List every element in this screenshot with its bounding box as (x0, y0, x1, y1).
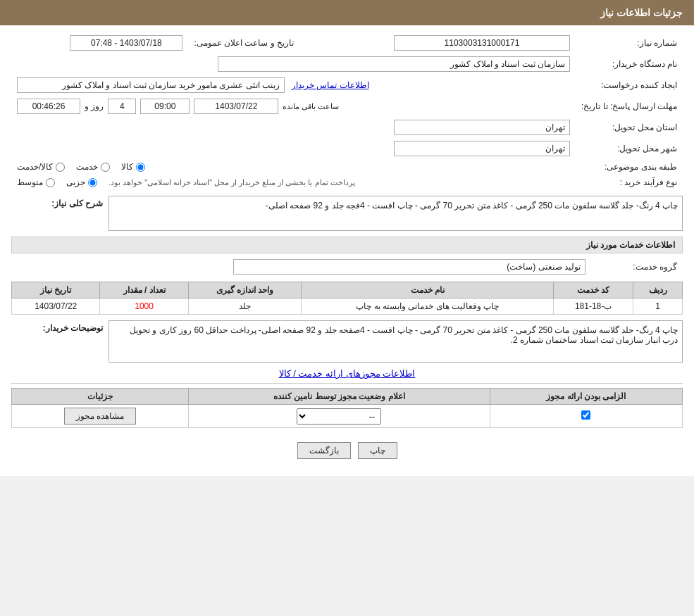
value-send-date: 1403/07/22 (194, 99, 278, 114)
info-table: شماره نیاز: 1103003131000171 تاریخ و ساع… (11, 32, 683, 190)
purchase-note: پرداخت تمام یا بخشی از مبلغ خریدار از مح… (109, 178, 355, 187)
row-service-group: گروه خدمت: تولید صنعتی (ساخت) (11, 256, 683, 277)
label-buyer-notes: توضیحات خریدار: (11, 320, 103, 333)
value-send-timer: 00:46:26 (17, 99, 80, 114)
label-requester: ایجاد کننده درخواست: (576, 75, 683, 96)
value-need-number: 1103003131000171 (394, 35, 570, 51)
value-general-desc: چاپ 4 رنگ- جلد گلاسه سلفون مات 250 گرمی … (109, 196, 683, 231)
divider-1 (11, 383, 683, 384)
contact-info-link[interactable]: اطلاعات تماس خریدار (292, 80, 369, 90)
print-button[interactable]: چاپ (358, 442, 397, 459)
label-partial: جزیی (66, 177, 85, 187)
permits-table: الزامی بودن ارائه مجوز اعلام وضعیت مجوز … (11, 388, 683, 428)
view-permit-button[interactable]: مشاهده مجوز (64, 408, 136, 425)
services-table-header-row: ردیف کد خدمت نام خدمت واحد اندازه گیری ت… (12, 282, 683, 298)
cell-unit: جلد (188, 298, 302, 315)
value-service-group: تولید صنعتی (ساخت) (233, 259, 585, 275)
cell-name: چاپ وفعالیت های خدماتی وابسته به چاپ (302, 298, 554, 315)
radio-goods: کالا (121, 162, 145, 172)
timer-day-label: روز و (85, 101, 104, 111)
cell-permit-required (490, 405, 682, 428)
table-row: 1 ب-18-181 چاپ وفعالیت های خدماتی وابسته… (12, 298, 683, 315)
value-send-days: 4 (108, 99, 136, 114)
row-purchase-type: نوع فرآیند خرید : متوسط جزیی (11, 175, 683, 190)
label-service-group: گروه خدمت: (591, 256, 683, 277)
label-delivery-province: استان محل تحویل: (576, 117, 683, 138)
row-category: طبقه بندی موضوعی: کالا/خدمت خدمت (11, 159, 683, 175)
row-delivery-city: شهر محل تحویل: تهران (11, 138, 683, 159)
cell-permit-status: -- (188, 405, 490, 428)
radio-goods-input[interactable] (136, 163, 145, 172)
th-permit-status: اعلام وضعیت مجوز توسط نامین کننده (188, 389, 490, 405)
cell-code: ب-18-181 (554, 298, 633, 315)
th-permit-details: جزئیات (12, 389, 189, 405)
radio-service-input[interactable] (101, 163, 110, 172)
back-button[interactable]: بازگشت (297, 442, 351, 459)
radio-partial: جزیی (66, 177, 97, 187)
th-date: تاریخ نیاز (12, 282, 100, 298)
th-code: کد خدمت (554, 282, 633, 298)
label-announce-date: تاریخ و ساعت اعلان عمومی: (188, 32, 308, 54)
main-content: شماره نیاز: 1103003131000171 تاریخ و ساع… (0, 25, 694, 476)
label-goods: کالا (121, 162, 133, 172)
buyer-notes-section: توضیحات خریدار: چاپ 4 رنگ- جلد گلاسه سلف… (11, 320, 683, 363)
label-delivery-city: شهر محل تحویل: (576, 138, 683, 159)
row-send-deadline: مهلت ارسال پاسخ: تا تاریخ: 00:46:26 روز … (11, 96, 683, 117)
th-name: نام خدمت (302, 282, 554, 298)
radio-medium: متوسط (17, 177, 55, 187)
label-category: طبقه بندی موضوعی: (576, 159, 683, 175)
permits-header-row: الزامی بودن ارائه مجوز اعلام وضعیت مجوز … (12, 389, 683, 405)
radio-service: خدمت (76, 162, 110, 172)
value-send-time: 09:00 (140, 99, 190, 114)
label-service: خدمت (76, 162, 98, 172)
permits-link[interactable]: اطلاعات مجوزهای ارائه خدمت / کالا (11, 368, 683, 379)
value-announce-date: 1403/07/18 - 07:48 (70, 35, 182, 51)
row-requester: ایجاد کننده درخواست: زینب اتئی عشری مامو… (11, 75, 683, 96)
label-general-desc: شرح کلی نیاز: (11, 196, 103, 208)
value-buyer-org: سازمان ثبت اسناد و املاک کشور (218, 56, 570, 72)
label-buyer-org: نام دستگاه خریدار: (576, 54, 683, 75)
cell-row: 1 (633, 298, 683, 315)
radio-goods-service: کالا/خدمت (17, 162, 65, 172)
value-buyer-notes: چاپ 4 رنگ- جلد گلاسه سلفون مات 250 گرمی … (109, 320, 683, 363)
radio-medium-input[interactable] (46, 178, 55, 187)
timer-suffix-label: ساعت باقی مانده (283, 102, 339, 111)
row-delivery-province: استان محل تحویل: تهران (11, 117, 683, 138)
page-wrapper: جزئیات اطلاعات نیاز شماره نیاز: 11030031… (0, 0, 694, 476)
label-send-deadline: مهلت ارسال پاسخ: تا تاریخ: (576, 96, 683, 117)
value-delivery-province: تهران (394, 120, 570, 135)
value-delivery-city: تهران (394, 141, 570, 156)
radio-goods-service-input[interactable] (56, 163, 65, 172)
header-title: جزئیات اطلاعات نیاز (600, 7, 683, 18)
th-row: ردیف (633, 282, 683, 298)
row-need-number: شماره نیاز: 1103003131000171 تاریخ و ساع… (11, 32, 683, 54)
service-group-table: گروه خدمت: تولید صنعتی (ساخت) (11, 256, 683, 277)
footer-buttons: چاپ بازگشت (11, 432, 683, 469)
radio-partial-input[interactable] (88, 178, 97, 187)
cell-date: 1403/07/22 (12, 298, 100, 315)
th-permit-required: الزامی بودن ارائه مجوز (490, 389, 682, 405)
general-desc-section: شرح کلی نیاز: چاپ 4 رنگ- جلد گلاسه سلفون… (11, 196, 683, 231)
cell-permit-details: مشاهده مجوز (12, 405, 189, 428)
permit-required-checkbox[interactable] (581, 410, 590, 420)
cell-quantity: 1000 (100, 298, 188, 315)
label-goods-service: کالا/خدمت (17, 162, 53, 172)
services-table: ردیف کد خدمت نام خدمت واحد اندازه گیری ت… (11, 282, 683, 315)
service-info-header: اطلاعات خدمات مورد نیاز (11, 237, 683, 253)
label-medium: متوسط (17, 177, 43, 187)
th-quantity: تعداد / مقدار (100, 282, 188, 298)
th-unit: واحد اندازه گیری (188, 282, 302, 298)
page-header: جزئیات اطلاعات نیاز (0, 0, 694, 25)
value-requester: زینب اتئی عشری مامور خرید سازمان ثبت اسن… (17, 77, 285, 93)
label-purchase-type: نوع فرآیند خرید : (576, 175, 683, 190)
row-buyer-org: نام دستگاه خریدار: سازمان ثبت اسناد و ام… (11, 54, 683, 75)
label-need-number: شماره نیاز: (576, 32, 683, 54)
permit-status-select[interactable]: -- (297, 408, 381, 425)
table-row: -- مشاهده مجوز (12, 405, 683, 428)
